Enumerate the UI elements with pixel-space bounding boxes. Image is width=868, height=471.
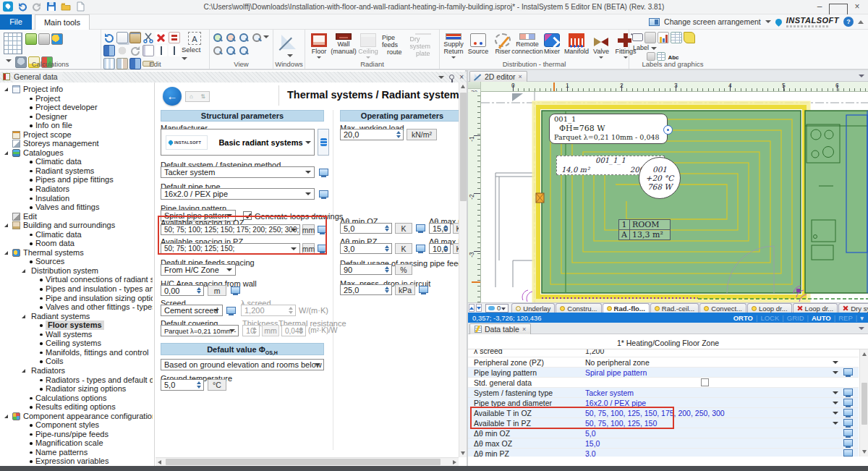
row-catalogue-icon[interactable] bbox=[843, 439, 853, 446]
results-board-button[interactable] bbox=[25, 33, 37, 45]
dt-min-oz-spinner[interactable]: 5,0 bbox=[340, 223, 392, 234]
ground-temp-spinner[interactable]: 5,0 bbox=[161, 379, 204, 391]
collapse-ribbon-button[interactable] bbox=[858, 20, 864, 24]
tree-item[interactable]: Pipes and insulation - types and default… bbox=[1, 284, 153, 294]
catalogue-preview-icon[interactable] bbox=[226, 307, 236, 314]
radiant-tool-button[interactable]: Dry systemplate bbox=[409, 31, 438, 59]
tree-item[interactable]: Component appearance configuration bbox=[1, 412, 153, 421]
view-more-caret[interactable] bbox=[263, 35, 269, 38]
tree-item[interactable]: Manifolds, fittings and control bbox=[1, 348, 153, 357]
catalogue-preview-icon[interactable] bbox=[416, 224, 425, 232]
catalogue-preview-icon[interactable] bbox=[231, 287, 240, 294]
tree-item[interactable]: Radiant systems bbox=[1, 166, 153, 176]
row-value[interactable]: 50, 75, 100, 125, 150, 175, 200, 250, 30… bbox=[585, 408, 830, 418]
copy-button[interactable] bbox=[116, 32, 128, 43]
tree-item[interactable]: Sources bbox=[1, 257, 153, 266]
tree-item[interactable]: Radiators - types and default data bbox=[1, 375, 153, 385]
mode-toggle[interactable]: REP bbox=[838, 314, 853, 322]
row-catalogue-icon[interactable] bbox=[843, 399, 853, 406]
table-row[interactable]: System / fastening type Tacker system bbox=[468, 388, 859, 398]
change-screen-arrangement-button[interactable]: Change screen arrangement bbox=[664, 17, 761, 26]
row-catalogue-icon[interactable] bbox=[843, 449, 853, 457]
tree-item[interactable]: Radiator sizing options bbox=[1, 384, 153, 394]
expander-icon[interactable] bbox=[22, 369, 25, 373]
default-value-combo[interactable]: Based on ground elevation and rooms belo… bbox=[161, 359, 324, 370]
catalogue-preview-icon[interactable] bbox=[319, 169, 328, 176]
tree-item[interactable]: Catalogues bbox=[1, 148, 153, 158]
row-catalogue-icon[interactable] bbox=[843, 368, 853, 375]
tree-item[interactable]: Project bbox=[1, 94, 153, 103]
radiant-tool-button[interactable]: Floor bbox=[307, 31, 331, 59]
distribution-tool-button[interactable]: Valve bbox=[589, 31, 613, 59]
panel-menu-caret[interactable] bbox=[438, 76, 444, 79]
form-horizontal-scrollbar[interactable] bbox=[156, 457, 459, 466]
minimize-button[interactable]: – bbox=[810, 0, 829, 14]
redo-button[interactable] bbox=[32, 1, 42, 12]
table-row[interactable]: Std. general data bbox=[468, 378, 859, 388]
tree-item[interactable]: Pipe and insulation sizing options bbox=[1, 294, 153, 303]
dt-max-pz-spinner[interactable]: 10,0 bbox=[429, 243, 451, 254]
table-row[interactable]: Pipe laying pattern Spiral pipe pattern bbox=[468, 368, 859, 378]
tree-item[interactable]: Coils bbox=[1, 357, 153, 366]
expander-icon[interactable] bbox=[22, 315, 25, 318]
layer-visibility-icon[interactable] bbox=[560, 306, 565, 311]
tab-main-tools[interactable]: Main tools bbox=[35, 14, 90, 30]
catalogue-button[interactable] bbox=[318, 129, 329, 156]
close-button[interactable]: × bbox=[848, 0, 867, 14]
tree-item[interactable]: Magnification scale bbox=[1, 438, 153, 448]
undo-icon[interactable] bbox=[103, 32, 115, 43]
panel-close-icon[interactable]: × bbox=[459, 74, 464, 81]
help-button[interactable]: ? bbox=[843, 17, 854, 27]
tab-list-caret[interactable] bbox=[859, 327, 864, 330]
tree-item[interactable]: Insulation bbox=[1, 194, 153, 203]
row-value[interactable]: No peripheral zone bbox=[585, 357, 830, 368]
heat-load-button[interactable] bbox=[51, 33, 63, 45]
tree-item[interactable]: Name patterns bbox=[1, 448, 153, 457]
distribution-tool-button[interactable]: SupplyReturn bbox=[441, 31, 466, 59]
tree-item[interactable]: Results editing options bbox=[1, 402, 153, 412]
working-load-spinner[interactable]: 20,0 bbox=[340, 129, 404, 140]
zoom-out-button[interactable] bbox=[225, 32, 237, 43]
label-tool-icon[interactable] bbox=[631, 32, 643, 43]
select-button[interactable]: A Select bbox=[182, 31, 208, 61]
save-button[interactable] bbox=[46, 1, 56, 12]
layer-tab[interactable]: Rad.-ceil... bbox=[650, 303, 699, 313]
table-tool-button[interactable] bbox=[671, 32, 682, 43]
table-row[interactable]: Δθ min PZ 3,0 bbox=[468, 449, 859, 457]
status-caret[interactable]: ▾ bbox=[860, 314, 864, 322]
tree-item[interactable]: Radiators bbox=[1, 184, 153, 194]
windows-layout-icon[interactable] bbox=[280, 32, 299, 51]
row-dropdown-caret[interactable] bbox=[833, 402, 838, 404]
layer-tab[interactable]: Constru... bbox=[556, 303, 601, 313]
press-drop-spinner[interactable]: 25,0 bbox=[340, 284, 392, 295]
layer-tab[interactable]: Loop dr... bbox=[793, 303, 838, 313]
distribute-button[interactable] bbox=[169, 45, 180, 56]
tab-close-icon[interactable]: × bbox=[522, 326, 526, 333]
layer-visibility-icon[interactable] bbox=[655, 306, 660, 311]
feeds-spacing-combo[interactable]: From H/C Zone bbox=[161, 264, 236, 276]
tree-item[interactable]: Project scope bbox=[1, 130, 153, 140]
zoom-window-button[interactable] bbox=[225, 45, 237, 56]
catalogue-preview-icon[interactable] bbox=[318, 245, 327, 252]
polygon-tool-button[interactable] bbox=[684, 32, 695, 43]
tree-item[interactable]: Storeys management bbox=[1, 139, 153, 148]
tab-list-caret[interactable] bbox=[859, 75, 864, 77]
form-vertical-scrollbar[interactable] bbox=[459, 82, 467, 457]
tree-item[interactable]: Virtual connections of radiant systems bbox=[1, 275, 153, 284]
tree-item[interactable]: Designer bbox=[1, 112, 153, 122]
back-button[interactable]: ← bbox=[163, 87, 182, 106]
table-row[interactable]: Δθ min OZ 5,0 bbox=[468, 428, 859, 438]
row-dropdown-caret[interactable] bbox=[833, 371, 838, 374]
screed-combo[interactable]: Cement screed bbox=[161, 305, 223, 316]
zoom-in-button[interactable] bbox=[212, 32, 224, 43]
layer-tab[interactable]: Convect... bbox=[699, 303, 746, 313]
row-value[interactable]: 3,0 bbox=[585, 449, 830, 457]
room-info-table[interactable]: 1ROOM A13,3 m² bbox=[618, 219, 671, 240]
align-vertical-button[interactable] bbox=[156, 45, 167, 56]
row-dropdown-caret[interactable] bbox=[833, 422, 838, 425]
table-row[interactable]: λ screed 1,200 bbox=[468, 349, 859, 357]
chart-tool-button[interactable] bbox=[658, 32, 669, 43]
zone-label[interactable]: 001_1 ΦH=768 W Parquet λ=0,21 10mm - 0,0… bbox=[549, 114, 668, 144]
tree-item[interactable]: Climatic data bbox=[1, 230, 153, 239]
mode-toggle[interactable]: GRID bbox=[787, 314, 804, 322]
